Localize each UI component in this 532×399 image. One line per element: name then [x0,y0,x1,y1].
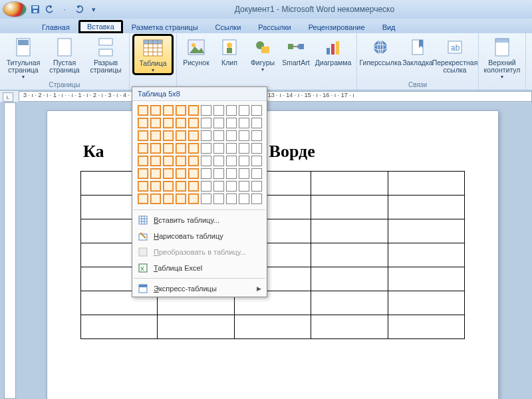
grid-picker-cell[interactable] [188,118,199,128]
grid-picker-cell[interactable] [213,181,224,192]
table-cell[interactable] [311,219,388,243]
grid-picker-cell[interactable] [201,143,211,154]
grid-picker-cell[interactable] [138,143,148,154]
grid-picker-cell[interactable] [213,156,224,166]
grid-picker-cell[interactable] [251,118,262,128]
grid-picker-cell[interactable] [239,168,249,179]
horizontal-ruler[interactable]: 3 · ı · 2 · ı · 1 · ı · · ı · 1 · ı · 2 … [19,91,532,102]
vertical-ruler[interactable] [4,102,16,399]
header-button[interactable]: Верхний колонтитул ▾ [483,35,521,80]
clip-button[interactable]: Клип [214,35,245,72]
grid-picker-cell[interactable] [163,181,174,192]
table-cell[interactable] [388,243,464,267]
grid-picker-cell[interactable] [239,105,249,116]
table-cell[interactable] [388,196,464,219]
grid-picker-cell[interactable] [176,130,186,141]
grid-picker-cell[interactable] [138,118,148,128]
grid-picker-cell[interactable] [251,130,262,141]
grid-picker-cell[interactable] [163,130,174,141]
grid-picker-cell[interactable] [226,156,237,166]
grid-picker-cell[interactable] [226,194,237,204]
table-cell[interactable] [234,315,311,339]
table-cell[interactable] [311,267,388,291]
grid-picker-cell[interactable] [226,130,237,141]
table-cell[interactable] [311,196,388,219]
table-cell[interactable] [311,243,388,267]
tab-mailings[interactable]: Рассылки [249,21,299,33]
grid-picker-cell[interactable] [251,156,262,166]
grid-picker-cell[interactable] [201,168,211,179]
grid-picker-cell[interactable] [150,156,161,166]
grid-picker-cell[interactable] [213,143,224,154]
grid-picker-cell[interactable] [239,143,249,154]
redo-icon[interactable] [73,3,85,15]
table-cell[interactable] [388,172,464,196]
tab-view[interactable]: Вид [374,21,404,33]
grid-picker-cell[interactable] [138,194,148,204]
shapes-button[interactable]: Фигуры ▾ [247,35,278,72]
tab-insert[interactable]: Вставка [78,20,123,33]
grid-picker-cell[interactable] [213,105,224,116]
table-cell[interactable] [388,291,464,315]
grid-picker-cell[interactable] [150,105,161,116]
picture-button[interactable]: Рисунок [181,35,211,72]
table-cell[interactable] [388,315,464,339]
tab-home[interactable]: Главная [33,21,78,33]
grid-picker-cell[interactable] [226,181,237,192]
table-cell[interactable] [311,172,388,196]
grid-picker-cell[interactable] [176,105,186,116]
grid-picker-cell[interactable] [201,105,211,116]
grid-picker-cell[interactable] [188,168,199,179]
grid-picker-cell[interactable] [176,118,186,128]
grid-picker-cell[interactable] [163,168,174,179]
table-cell[interactable] [311,291,388,315]
grid-picker-cell[interactable] [150,168,161,179]
grid-picker-cell[interactable] [138,181,148,192]
grid-picker-cell[interactable] [163,118,174,128]
grid-picker-cell[interactable] [150,130,161,141]
grid-picker-cell[interactable] [226,168,237,179]
grid-picker-cell[interactable] [150,194,161,204]
grid-picker-cell[interactable] [163,105,174,116]
grid-picker-cell[interactable] [138,130,148,141]
blank-page-button[interactable]: Пустая страница [45,35,84,80]
grid-picker-cell[interactable] [188,105,199,116]
grid-picker-cell[interactable] [201,194,211,204]
excel-table-item[interactable]: X Таблица Excel [132,260,267,276]
grid-picker-cell[interactable] [213,118,224,128]
grid-picker-cell[interactable] [201,118,211,128]
grid-picker-cell[interactable] [188,143,199,154]
grid-picker-cell[interactable] [176,181,186,192]
grid-picker-cell[interactable] [138,156,148,166]
insert-table-item[interactable]: Вставить таблицу... [132,212,267,228]
grid-picker-cell[interactable] [138,105,148,116]
grid-picker-cell[interactable] [176,143,186,154]
grid-picker-cell[interactable] [213,194,224,204]
quick-tables-item[interactable]: Экспресс-таблицы ▶ [132,281,267,297]
bookmark-button[interactable]: Закладка [402,35,433,74]
grid-picker-cell[interactable] [150,118,161,128]
grid-picker-cell[interactable] [150,143,161,154]
grid-picker-cell[interactable] [239,118,249,128]
grid-picker-cell[interactable] [213,168,224,179]
table-button[interactable]: Таблица ▾ [134,35,172,74]
grid-picker-cell[interactable] [201,156,211,166]
grid-picker-cell[interactable] [176,194,186,204]
save-icon[interactable] [29,3,41,15]
grid-picker-cell[interactable] [239,156,249,166]
table-cell[interactable] [388,267,464,291]
table-cell[interactable] [158,315,234,339]
smartart-button[interactable]: SmartArt [281,35,311,72]
hyperlink-button[interactable]: Гиперссылка [361,35,400,74]
grid-picker-cell[interactable] [251,181,262,192]
qat-customize-icon[interactable]: ▾ [88,3,100,15]
chart-button[interactable]: Диаграмма [314,35,352,72]
grid-picker-cell[interactable] [188,156,199,166]
tab-references[interactable]: Ссылки [207,21,250,33]
grid-picker-cell[interactable] [138,168,148,179]
document-page[interactable]: Каxxxxxxxxxxxxxxxxу в Ворде [47,110,499,399]
grid-picker-cell[interactable] [201,181,211,192]
grid-picker-cell[interactable] [239,181,249,192]
grid-picker-cell[interactable] [188,130,199,141]
office-button[interactable] [3,1,27,17]
